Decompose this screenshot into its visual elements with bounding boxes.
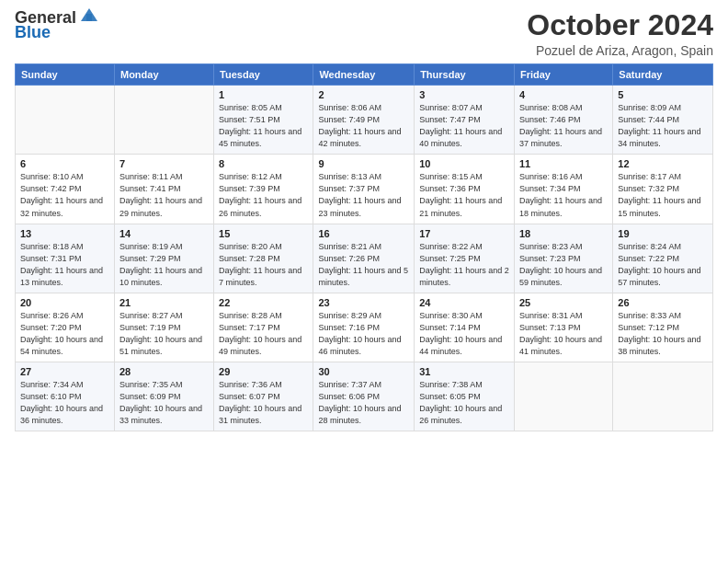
calendar-cell: 20Sunrise: 8:26 AMSunset: 7:20 PMDayligh… <box>16 293 115 362</box>
calendar-week-2: 6Sunrise: 8:10 AMSunset: 7:42 PMDaylight… <box>16 155 713 224</box>
day-number: 23 <box>318 297 409 308</box>
calendar-cell: 24Sunrise: 8:30 AMSunset: 7:14 PMDayligh… <box>415 293 515 362</box>
day-number: 3 <box>419 89 509 100</box>
day-number: 5 <box>618 89 708 100</box>
subtitle: Pozuel de Ariza, Aragon, Spain <box>527 43 713 58</box>
logo-icon <box>79 5 99 25</box>
calendar-cell: 19Sunrise: 8:24 AMSunset: 7:22 PMDayligh… <box>613 224 713 293</box>
day-info: Sunrise: 7:37 AMSunset: 6:06 PMDaylight:… <box>318 379 409 427</box>
calendar-week-5: 27Sunrise: 7:34 AMSunset: 6:10 PMDayligh… <box>16 362 713 431</box>
day-info: Sunrise: 8:09 AMSunset: 7:44 PMDaylight:… <box>618 102 708 150</box>
calendar-cell: 13Sunrise: 8:18 AMSunset: 7:31 PMDayligh… <box>16 224 115 293</box>
calendar-cell: 23Sunrise: 8:29 AMSunset: 7:16 PMDayligh… <box>313 293 415 362</box>
calendar-cell <box>514 362 612 431</box>
title-block: October 2024 Pozuel de Ariza, Aragon, Sp… <box>527 9 713 58</box>
day-number: 28 <box>119 366 209 377</box>
calendar-cell: 17Sunrise: 8:22 AMSunset: 7:25 PMDayligh… <box>415 224 515 293</box>
calendar-cell: 12Sunrise: 8:17 AMSunset: 7:32 PMDayligh… <box>613 155 713 224</box>
calendar-cell <box>613 362 713 431</box>
calendar-table: SundayMondayTuesdayWednesdayThursdayFrid… <box>15 63 713 431</box>
day-number: 15 <box>219 228 308 239</box>
day-number: 19 <box>618 228 708 239</box>
calendar-week-1: 1Sunrise: 8:05 AMSunset: 7:51 PMDaylight… <box>16 86 713 155</box>
day-number: 2 <box>318 89 409 100</box>
day-info: Sunrise: 8:23 AMSunset: 7:23 PMDaylight:… <box>519 241 608 289</box>
day-info: Sunrise: 8:07 AMSunset: 7:47 PMDaylight:… <box>419 102 509 150</box>
header: General Blue October 2024 Pozuel de Ariz… <box>15 9 713 58</box>
calendar-header-monday: Monday <box>114 64 213 86</box>
day-info: Sunrise: 8:30 AMSunset: 7:14 PMDaylight:… <box>419 310 509 358</box>
calendar-cell <box>114 86 213 155</box>
day-number: 18 <box>519 228 608 239</box>
main-title: October 2024 <box>527 9 713 41</box>
calendar-header-wednesday: Wednesday <box>313 64 415 86</box>
day-number: 31 <box>419 366 509 377</box>
calendar-week-4: 20Sunrise: 8:26 AMSunset: 7:20 PMDayligh… <box>16 293 713 362</box>
calendar-header-saturday: Saturday <box>613 64 713 86</box>
day-info: Sunrise: 8:05 AMSunset: 7:51 PMDaylight:… <box>219 102 308 150</box>
day-number: 26 <box>618 297 708 308</box>
day-number: 10 <box>419 158 509 169</box>
day-info: Sunrise: 8:31 AMSunset: 7:13 PMDaylight:… <box>519 310 608 358</box>
day-info: Sunrise: 7:34 AMSunset: 6:10 PMDaylight:… <box>20 379 109 427</box>
day-number: 21 <box>119 297 209 308</box>
calendar-cell: 8Sunrise: 8:12 AMSunset: 7:39 PMDaylight… <box>214 155 313 224</box>
day-info: Sunrise: 8:08 AMSunset: 7:46 PMDaylight:… <box>519 102 608 150</box>
day-info: Sunrise: 8:15 AMSunset: 7:36 PMDaylight:… <box>419 171 509 219</box>
day-info: Sunrise: 8:10 AMSunset: 7:42 PMDaylight:… <box>20 171 109 219</box>
calendar-cell <box>16 86 115 155</box>
calendar-cell: 18Sunrise: 8:23 AMSunset: 7:23 PMDayligh… <box>514 224 612 293</box>
day-info: Sunrise: 8:19 AMSunset: 7:29 PMDaylight:… <box>119 241 209 289</box>
calendar-cell: 5Sunrise: 8:09 AMSunset: 7:44 PMDaylight… <box>613 86 713 155</box>
logo: General Blue <box>15 9 99 42</box>
day-number: 1 <box>219 89 308 100</box>
day-info: Sunrise: 8:18 AMSunset: 7:31 PMDaylight:… <box>20 241 109 289</box>
calendar-cell: 7Sunrise: 8:11 AMSunset: 7:41 PMDaylight… <box>114 155 213 224</box>
day-info: Sunrise: 8:28 AMSunset: 7:17 PMDaylight:… <box>219 310 308 358</box>
calendar-cell: 2Sunrise: 8:06 AMSunset: 7:49 PMDaylight… <box>313 86 415 155</box>
calendar-header-tuesday: Tuesday <box>214 64 313 86</box>
day-info: Sunrise: 8:16 AMSunset: 7:34 PMDaylight:… <box>519 171 608 219</box>
calendar-header-sunday: Sunday <box>16 64 115 86</box>
calendar-cell: 15Sunrise: 8:20 AMSunset: 7:28 PMDayligh… <box>214 224 313 293</box>
calendar-header-friday: Friday <box>514 64 612 86</box>
calendar-cell: 27Sunrise: 7:34 AMSunset: 6:10 PMDayligh… <box>16 362 115 431</box>
day-number: 20 <box>20 297 109 308</box>
day-info: Sunrise: 7:35 AMSunset: 6:09 PMDaylight:… <box>119 379 209 427</box>
calendar-cell: 3Sunrise: 8:07 AMSunset: 7:47 PMDaylight… <box>415 86 515 155</box>
day-info: Sunrise: 8:17 AMSunset: 7:32 PMDaylight:… <box>618 171 708 219</box>
day-info: Sunrise: 8:11 AMSunset: 7:41 PMDaylight:… <box>119 171 209 219</box>
calendar-cell: 6Sunrise: 8:10 AMSunset: 7:42 PMDaylight… <box>16 155 115 224</box>
calendar-header-thursday: Thursday <box>415 64 515 86</box>
calendar-week-3: 13Sunrise: 8:18 AMSunset: 7:31 PMDayligh… <box>16 224 713 293</box>
day-number: 24 <box>419 297 509 308</box>
day-number: 9 <box>318 158 409 169</box>
day-number: 14 <box>119 228 209 239</box>
calendar-cell: 25Sunrise: 8:31 AMSunset: 7:13 PMDayligh… <box>514 293 612 362</box>
day-number: 30 <box>318 366 409 377</box>
day-number: 17 <box>419 228 509 239</box>
day-number: 8 <box>219 158 308 169</box>
calendar-cell: 31Sunrise: 7:38 AMSunset: 6:05 PMDayligh… <box>415 362 515 431</box>
day-info: Sunrise: 8:33 AMSunset: 7:12 PMDaylight:… <box>618 310 708 358</box>
day-info: Sunrise: 8:24 AMSunset: 7:22 PMDaylight:… <box>618 241 708 289</box>
day-number: 13 <box>20 228 109 239</box>
day-info: Sunrise: 8:20 AMSunset: 7:28 PMDaylight:… <box>219 241 308 289</box>
calendar-cell: 10Sunrise: 8:15 AMSunset: 7:36 PMDayligh… <box>415 155 515 224</box>
day-number: 25 <box>519 297 608 308</box>
day-number: 27 <box>20 366 109 377</box>
day-number: 6 <box>20 158 109 169</box>
day-number: 4 <box>519 89 608 100</box>
svg-marker-1 <box>86 14 92 21</box>
day-info: Sunrise: 8:06 AMSunset: 7:49 PMDaylight:… <box>318 102 409 150</box>
day-info: Sunrise: 8:29 AMSunset: 7:16 PMDaylight:… <box>318 310 409 358</box>
day-number: 16 <box>318 228 409 239</box>
calendar-cell: 29Sunrise: 7:36 AMSunset: 6:07 PMDayligh… <box>214 362 313 431</box>
day-info: Sunrise: 8:12 AMSunset: 7:39 PMDaylight:… <box>219 171 308 219</box>
page: General Blue October 2024 Pozuel de Ariz… <box>0 0 728 563</box>
calendar-cell: 9Sunrise: 8:13 AMSunset: 7:37 PMDaylight… <box>313 155 415 224</box>
calendar-cell: 14Sunrise: 8:19 AMSunset: 7:29 PMDayligh… <box>114 224 213 293</box>
calendar-cell: 16Sunrise: 8:21 AMSunset: 7:26 PMDayligh… <box>313 224 415 293</box>
calendar-cell: 1Sunrise: 8:05 AMSunset: 7:51 PMDaylight… <box>214 86 313 155</box>
calendar-cell: 22Sunrise: 8:28 AMSunset: 7:17 PMDayligh… <box>214 293 313 362</box>
